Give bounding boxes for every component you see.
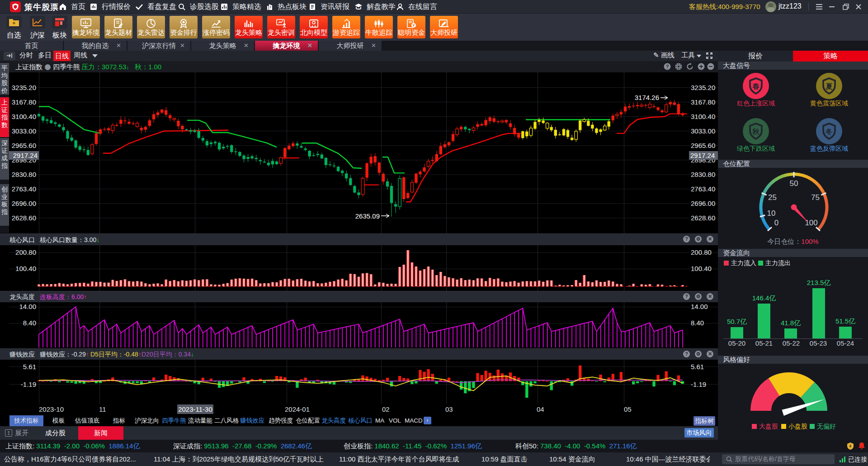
svg-text:红色上涨区域: 红色上涨区域 xyxy=(737,100,775,107)
svg-text:14.00: 14.00 xyxy=(691,303,708,310)
svg-text:8.40: 8.40 xyxy=(23,319,36,327)
svg-text:黄色震荡区域: 黄色震荡区域 xyxy=(810,100,848,107)
svg-text:51.5亿: 51.5亿 xyxy=(835,317,855,325)
svg-text:200.80: 200.80 xyxy=(691,248,712,256)
svg-text:05-23: 05-23 xyxy=(810,339,827,347)
svg-text:41.8亿: 41.8亿 xyxy=(781,319,801,327)
svg-text:75: 75 xyxy=(811,193,820,202)
svg-text:05-24: 05-24 xyxy=(837,339,854,347)
svg-text:秋: 秋 xyxy=(752,128,760,135)
svg-text:主力流出: 主力流出 xyxy=(765,259,791,266)
svg-text:2763.40: 2763.40 xyxy=(12,185,36,193)
svg-text:2830.80: 2830.80 xyxy=(691,171,715,178)
svg-text:3235.20: 3235.20 xyxy=(12,84,36,91)
svg-text:8.40: 8.40 xyxy=(691,319,704,327)
svg-text:2965.60: 2965.60 xyxy=(12,142,36,149)
svg-text:夏: 夏 xyxy=(826,82,833,90)
svg-text:5.61: 5.61 xyxy=(691,363,704,371)
svg-text:蓝色反弹区域: 蓝色反弹区域 xyxy=(810,145,848,152)
svg-text:冬: 冬 xyxy=(826,128,833,135)
svg-text:50.7亿: 50.7亿 xyxy=(727,318,747,325)
svg-text:-1.19: -1.19 xyxy=(691,380,706,388)
svg-text:05-20: 05-20 xyxy=(728,339,745,347)
svg-text:?: ? xyxy=(666,64,669,69)
svg-text:2696.00: 2696.00 xyxy=(691,200,715,207)
svg-text:3174.26: 3174.26 xyxy=(635,94,659,101)
svg-text:2763.40: 2763.40 xyxy=(691,185,715,193)
svg-text:100.40: 100.40 xyxy=(15,265,36,272)
svg-text:2628.60: 2628.60 xyxy=(691,214,715,222)
svg-text:3235.20: 3235.20 xyxy=(691,84,715,91)
svg-text:100: 100 xyxy=(805,219,817,227)
svg-text:3033.00: 3033.00 xyxy=(12,127,36,135)
svg-text:春: 春 xyxy=(752,82,760,90)
svg-text:5.61: 5.61 xyxy=(23,363,36,371)
svg-text:2965.60: 2965.60 xyxy=(691,142,715,149)
svg-text:100.40: 100.40 xyxy=(691,265,712,272)
svg-text:3167.80: 3167.80 xyxy=(691,98,715,106)
svg-text:-1.19: -1.19 xyxy=(21,380,36,388)
svg-text:2628.60: 2628.60 xyxy=(12,214,36,222)
svg-text:3033.00: 3033.00 xyxy=(691,127,715,135)
svg-text:200.80: 200.80 xyxy=(15,248,36,256)
svg-text:2917.24: 2917.24 xyxy=(13,152,38,159)
svg-text:2917.24: 2917.24 xyxy=(690,152,715,159)
svg-text:3100.40: 3100.40 xyxy=(12,113,36,120)
svg-text:0: 0 xyxy=(774,219,778,227)
svg-text:25: 25 xyxy=(768,193,777,202)
svg-text:05-22: 05-22 xyxy=(783,339,800,347)
svg-text:绿色下跌区域: 绿色下跌区域 xyxy=(737,145,775,152)
svg-text:14.00: 14.00 xyxy=(19,303,36,310)
svg-text:3167.80: 3167.80 xyxy=(12,98,36,106)
svg-text:05-21: 05-21 xyxy=(755,339,773,347)
svg-text:2830.80: 2830.80 xyxy=(12,171,36,178)
svg-text:2696.00: 2696.00 xyxy=(12,200,36,207)
svg-text:2635.09: 2635.09 xyxy=(355,212,380,220)
svg-text:小盘股: 小盘股 xyxy=(788,423,807,430)
svg-text:大盘股: 大盘股 xyxy=(759,423,778,430)
svg-text:无偏好: 无偏好 xyxy=(817,423,836,430)
svg-text:50: 50 xyxy=(790,179,798,188)
svg-text:213.5亿: 213.5亿 xyxy=(807,279,831,286)
svg-text:3100.40: 3100.40 xyxy=(691,113,715,120)
svg-text:主力流入: 主力流入 xyxy=(731,259,756,266)
svg-text:146.4亿: 146.4亿 xyxy=(752,294,776,302)
svg-text:10: 10 xyxy=(767,209,775,218)
